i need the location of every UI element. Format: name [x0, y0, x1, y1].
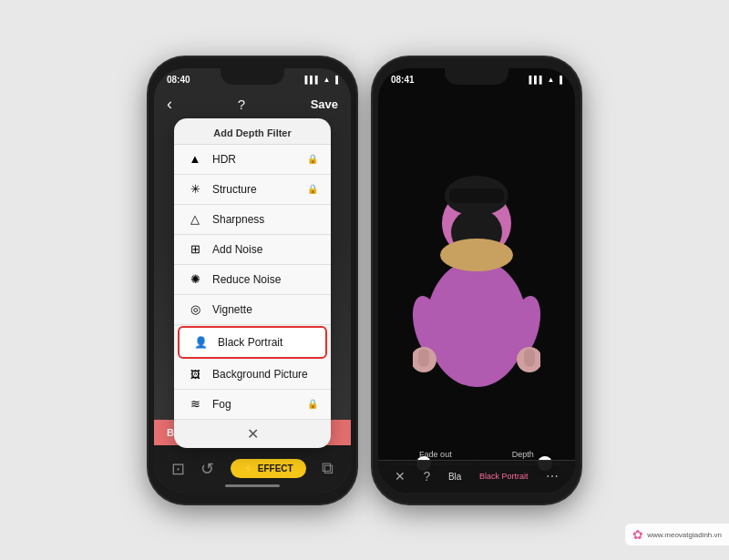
effect-label: EFFECT	[258, 463, 293, 473]
notch-2	[445, 68, 508, 85]
structure-lock-icon: 🔒	[307, 184, 318, 194]
popup-item-sharpness[interactable]: △ Sharpness	[174, 205, 331, 235]
black-portrait-icon: 👤	[192, 334, 209, 351]
rotate-icon[interactable]: ↺	[200, 459, 214, 479]
reduce-noise-label: Reduce Noise	[212, 273, 318, 286]
popup-item-fog[interactable]: ≋ Fog 🔒	[174, 390, 331, 420]
effect-icon: ⚡	[243, 463, 254, 473]
question-button[interactable]: ?	[238, 97, 245, 112]
black-portrait-label: Black Portrait	[218, 336, 313, 349]
phone-1-screen: 08:40 ▌▌▌ ▲ ▐ ‹ ? Save Add Depth Filter …	[154, 68, 351, 493]
notch-1	[221, 68, 284, 85]
hdr-icon: ▲	[187, 151, 203, 168]
status-icons-2: ▌▌▌ ▲ ▐	[529, 76, 562, 84]
popup-item-background-picture[interactable]: 🖼 Background Picture	[174, 360, 331, 390]
status-time-2: 08:41	[391, 75, 415, 85]
home-indicator	[225, 484, 280, 487]
fog-label: Fog	[212, 398, 307, 411]
watermark-text: www.meovatgiadinh.vn	[647, 531, 722, 539]
popup-item-vignette[interactable]: ◎ Vignette	[174, 295, 331, 325]
reduce-noise-icon: ✺	[187, 271, 203, 288]
phone-1: 08:40 ▌▌▌ ▲ ▐ ‹ ? Save Add Depth Filter …	[149, 57, 356, 504]
effect-button[interactable]: ⚡ EFFECT	[231, 459, 306, 478]
popup-item-structure[interactable]: ✳ Structure 🔒	[174, 175, 331, 205]
svg-rect-11	[524, 349, 535, 367]
phone-2: 08:41 ▌▌▌ ▲ ▐	[373, 57, 580, 504]
help-icon[interactable]: ?	[423, 469, 430, 484]
svg-point-5	[440, 239, 513, 271]
popup-title: Add Depth Filter	[174, 118, 331, 145]
hdr-lock-icon: 🔒	[307, 154, 318, 164]
watermark: ✿ www.meovatgiadinh.vn	[625, 524, 729, 545]
more-icon[interactable]: ⋯	[546, 469, 559, 484]
main-container: 08:40 ▌▌▌ ▲ ▐ ‹ ? Save Add Depth Filter …	[0, 0, 729, 560]
person-area	[378, 123, 575, 433]
svg-rect-3	[449, 188, 504, 203]
background-picture-icon: 🖼	[187, 366, 203, 382]
popup-item-black-portrait[interactable]: 👤 Black Portrait	[178, 326, 327, 359]
wifi-icon: ▲	[323, 76, 330, 84]
svg-rect-10	[418, 349, 429, 367]
structure-label: Structure	[212, 183, 307, 196]
popup-close-button[interactable]: ✕	[174, 420, 331, 448]
fog-lock-icon: 🔒	[307, 399, 318, 409]
fog-icon: ≋	[187, 396, 203, 412]
add-noise-label: Add Noise	[212, 243, 318, 256]
hdr-label: HDR	[212, 153, 307, 166]
popup-item-hdr[interactable]: ▲ HDR 🔒	[174, 145, 331, 175]
phone-1-header: ‹ ? Save	[154, 88, 351, 121]
signal-icon: ▌▌▌	[304, 76, 320, 84]
phone-1-bottom-toolbar: ⊡ ↺ ⚡ EFFECT ⧉	[154, 445, 351, 493]
signal-icon-2: ▌▌▌	[529, 76, 544, 84]
depth-filter-popup: Add Depth Filter ▲ HDR 🔒 ✳ Structure 🔒 △…	[174, 118, 331, 448]
phone-2-screen: 08:41 ▌▌▌ ▲ ▐	[378, 68, 575, 493]
vignette-icon: ◎	[187, 301, 203, 318]
black-portrait-bottom-label: Black Portrait	[479, 472, 529, 481]
add-noise-icon: ⊞	[187, 241, 203, 258]
effect-name-label: Bla	[448, 472, 461, 482]
structure-icon: ✳	[187, 181, 203, 198]
depth-label: Depth	[512, 450, 534, 459]
status-time-1: 08:40	[167, 75, 190, 85]
status-icons-1: ▌▌▌ ▲ ▐	[304, 76, 338, 84]
flower-icon: ✿	[632, 527, 643, 542]
sharpness-label: Sharpness	[212, 213, 318, 226]
vignette-label: Vignette	[212, 303, 318, 316]
battery-icon-2: ▐	[557, 76, 562, 84]
controls-labels: Fade out Depth	[389, 450, 564, 459]
save-button[interactable]: Save	[311, 97, 338, 111]
person-figure	[413, 150, 540, 405]
crop-icon[interactable]: ⊡	[171, 459, 185, 479]
sharpness-icon: △	[187, 211, 203, 228]
wifi-icon-2: ▲	[547, 76, 554, 84]
close-icon[interactable]: ✕	[395, 469, 406, 484]
background-picture-label: Background Picture	[212, 368, 318, 381]
tune-icon[interactable]: ⧉	[322, 459, 334, 478]
popup-item-add-noise[interactable]: ⊞ Add Noise	[174, 235, 331, 265]
battery-icon: ▐	[333, 76, 338, 84]
popup-item-reduce-noise[interactable]: ✺ Reduce Noise	[174, 265, 331, 295]
back-button[interactable]: ‹	[167, 95, 172, 114]
phone-2-bottom-bar: ✕ ? Bla Black Portrait ⋯	[378, 460, 575, 493]
